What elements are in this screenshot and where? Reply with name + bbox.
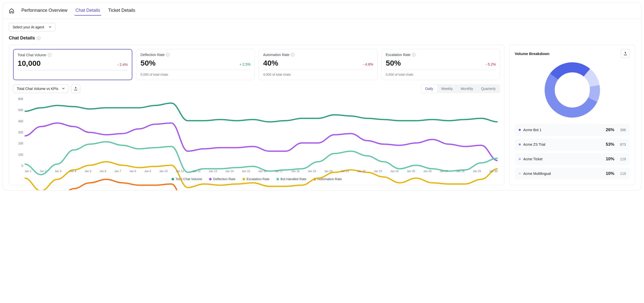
x-tick: Jan 6 — [99, 170, 106, 173]
time-range-option[interactable]: Monthly — [457, 85, 477, 93]
home-icon[interactable] — [9, 8, 14, 14]
y-tick: 400 — [18, 120, 23, 123]
y-axis: 6005004003002001000 — [13, 97, 23, 168]
info-icon[interactable]: i — [166, 53, 170, 57]
breakdown-item[interactable]: Acme Ticket 10% 119 — [515, 153, 630, 165]
kpi-row: Total Chat Volume i 10,000 - 2.4% Deflec… — [13, 49, 500, 80]
kpi-card[interactable]: Deflection Rate i 50% + 2.5% 5,000 of to… — [136, 49, 255, 80]
info-icon[interactable]: i — [291, 53, 294, 57]
x-tick: Jan 10 — [159, 170, 168, 173]
time-range-option[interactable]: Quarterly — [477, 85, 500, 93]
kpi-value-row: 50% - 5.2% — [386, 59, 496, 70]
kpi-label: Escalation Rate — [386, 53, 411, 57]
breakdown-percent: 10% — [606, 157, 614, 162]
x-tick: Jan 5 — [85, 170, 91, 173]
x-tick: Jan 4 — [69, 170, 76, 173]
tab-ticket-details[interactable]: Ticket Details — [107, 6, 136, 16]
kpi-value: 40% — [263, 59, 278, 67]
kpi-card[interactable]: Automation Rate i 40% - 4.8% 4,000 of to… — [259, 49, 378, 80]
breakdown-item[interactable]: Acme Multilingual 10% 119 — [515, 168, 630, 180]
y-tick: 100 — [18, 153, 23, 157]
x-tick: Jan 11 — [176, 170, 184, 173]
kpi-subtext: 5,000 of total chats — [386, 73, 496, 76]
breakdown-item[interactable]: Acme Bot 1 26% 396 — [515, 124, 630, 136]
time-range-option[interactable]: Weekly — [437, 85, 457, 93]
x-tick: Jan 29 — [473, 170, 481, 173]
breakdown-percent: 53% — [606, 142, 614, 147]
chart-series-line — [25, 162, 498, 190]
agent-select-label: Select your AI agent — [13, 25, 44, 29]
breakdown-item[interactable]: Acme ZS Trial 53% 873 — [515, 138, 630, 150]
tab-performance-overview[interactable]: Performance Overview — [20, 6, 68, 16]
breakdown-percent: 26% — [606, 127, 614, 132]
kpi-label: Automation Rate — [263, 53, 289, 57]
kpi-card[interactable]: Total Chat Volume i 10,000 - 2.4% — [13, 49, 132, 80]
x-tick: Jan 25 — [407, 170, 415, 173]
x-tick: Jan 17 — [275, 170, 283, 173]
y-tick: 0 — [21, 164, 23, 168]
kpi-value-row: 50% + 2.5% — [141, 59, 251, 70]
x-tick: Jan 30 — [489, 170, 498, 173]
kpi-card[interactable]: Escalation Rate i 50% - 5.2% 5,000 of to… — [382, 49, 500, 80]
plot-area — [25, 97, 498, 190]
x-tick: Jan 18 — [291, 170, 300, 173]
kpi-header: Deflection Rate i — [141, 53, 251, 57]
kpi-header: Automation Rate i — [263, 53, 373, 57]
breakdown-dot — [519, 143, 521, 145]
content: Select your AI agent Chat Details i Tota… — [3, 19, 641, 190]
kpi-change: - 5.2% — [486, 62, 496, 66]
export-breakdown-button[interactable] — [621, 49, 630, 58]
time-range-option[interactable]: Daily — [421, 85, 437, 93]
breakdown-header: Volume Breakdown — [515, 49, 630, 58]
breakdown-name: Acme Bot 1 — [523, 128, 606, 132]
kpi-value: 50% — [141, 59, 156, 67]
breakdown-count: 119 — [618, 157, 626, 161]
breakdown-dot — [519, 158, 521, 160]
metric-select[interactable]: Total Chat Volume vs KPIs — [13, 84, 69, 93]
x-tick: Jan 15 — [242, 170, 250, 173]
breakdown-count: 396 — [618, 128, 626, 132]
donut-chart — [515, 61, 630, 119]
breakdown-percent: 10% — [606, 171, 614, 176]
kpi-header: Escalation Rate i — [386, 53, 496, 57]
tab-chat-details[interactable]: Chat Details — [74, 6, 101, 16]
x-tick: Jan 27 — [440, 170, 448, 173]
kpi-change: - 2.4% — [117, 63, 128, 67]
y-tick: 300 — [18, 131, 23, 134]
donut-segment[interactable] — [550, 62, 590, 79]
section-title-row: Chat Details i — [9, 35, 635, 41]
info-icon[interactable]: i — [412, 53, 416, 57]
x-tick: Jan 26 — [423, 170, 431, 173]
line-chart: 6005004003002001000 Jan 1Jan 2Jan 3Jan 4… — [13, 97, 500, 175]
agent-select[interactable]: Select your AI agent — [9, 23, 55, 31]
x-tick: Jan 23 — [374, 170, 382, 173]
x-tick: Jan 2 — [39, 170, 46, 173]
breakdown-panel: Volume Breakdown Acme Bot 1 26% 396 Acme… — [509, 45, 635, 185]
x-tick: Jan 1 — [25, 170, 31, 173]
x-tick: Jan 9 — [144, 170, 151, 173]
x-tick: Jan 12 — [192, 170, 200, 173]
metric-select-label: Total Chat Volume vs KPIs — [17, 87, 58, 91]
x-tick: Jan 7 — [114, 170, 121, 173]
x-tick: Jan 21 — [341, 170, 349, 173]
breakdown-count: 119 — [618, 172, 626, 176]
kpi-header: Total Chat Volume i — [18, 53, 128, 57]
info-icon[interactable]: i — [37, 36, 41, 40]
chart-series-line — [25, 103, 498, 122]
export-chart-button[interactable] — [71, 84, 80, 93]
chart-series-line — [25, 123, 498, 161]
kpi-value: 50% — [386, 59, 401, 67]
kpi-value: 10,000 — [18, 59, 41, 68]
chart-controls: Total Chat Volume vs KPIs DailyWeeklyMon… — [13, 84, 500, 93]
breakdown-title: Volume Breakdown — [515, 52, 549, 56]
kpi-change: + 2.5% — [239, 62, 251, 66]
x-tick: Jan 3 — [55, 170, 61, 173]
breakdown-list: Acme Bot 1 26% 396 Acme ZS Trial 53% 873… — [515, 124, 630, 180]
section-title: Chat Details — [9, 35, 35, 41]
x-axis: Jan 1Jan 2Jan 3Jan 4Jan 5Jan 6Jan 7Jan 8… — [25, 170, 498, 173]
info-icon[interactable]: i — [48, 53, 51, 57]
y-tick: 200 — [18, 142, 23, 145]
breakdown-count: 873 — [618, 142, 626, 146]
x-tick: Jan 16 — [258, 170, 267, 173]
left-panel: Total Chat Volume i 10,000 - 2.4% Deflec… — [9, 45, 504, 185]
